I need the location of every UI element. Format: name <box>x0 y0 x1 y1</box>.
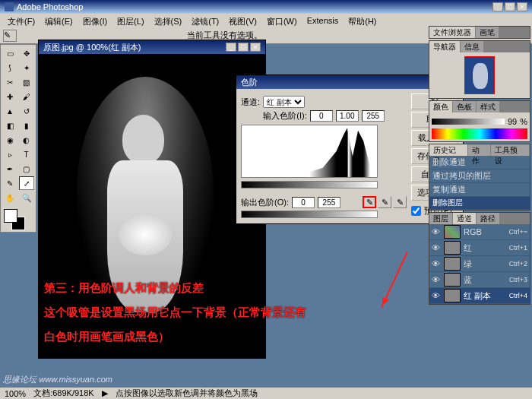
menu-edit[interactable]: 编辑(E) <box>40 15 78 26</box>
black-point-eyedropper-icon[interactable]: ✎ <box>363 196 376 208</box>
color-pct: 99 <box>508 117 517 126</box>
eraser-tool-icon[interactable]: ◧ <box>2 119 17 132</box>
move-tool-icon[interactable]: ✥ <box>19 46 34 60</box>
gray-point-eyedropper-icon[interactable]: ✎ <box>378 196 391 208</box>
output-slider[interactable] <box>241 211 378 218</box>
channel-shortcut: Ctrl+1 <box>509 244 527 252</box>
tab-navigator[interactable]: 导航器 <box>429 41 461 52</box>
status-zoom: 100% <box>5 389 26 398</box>
annotation-line1: 第三：用色阶调人和背景的反差 <box>44 281 204 296</box>
input-levels-label: 输入色阶(I): <box>263 110 306 122</box>
stamp-tool-icon[interactable]: ▲ <box>2 104 17 118</box>
slice-tool-icon[interactable]: ▧ <box>19 75 34 89</box>
input-black-field[interactable] <box>310 110 333 122</box>
zoom-tool-icon[interactable]: 🔍 <box>19 191 34 204</box>
eyedropper-tool-icon[interactable]: ⤢ <box>19 176 34 190</box>
brush-tool-icon[interactable]: 🖌 <box>19 90 34 103</box>
histogram <box>241 125 378 178</box>
channel-select[interactable]: 红 副本 <box>263 96 305 108</box>
close-button[interactable]: × <box>517 2 527 11</box>
channel-row[interactable]: 👁蓝Ctrl+3 <box>429 272 530 288</box>
tab-toolpresets[interactable]: 工具预设 <box>491 144 530 156</box>
tab-actions[interactable]: 动作 <box>468 144 492 156</box>
menu-help[interactable]: 帮助(H) <box>344 15 381 26</box>
tab-color[interactable]: 颜色 <box>429 101 453 112</box>
pen-tool-icon[interactable]: ✒ <box>2 162 17 176</box>
minimize-button[interactable]: _ <box>492 2 503 11</box>
tab-layers[interactable]: 图层 <box>429 213 453 224</box>
menu-view[interactable]: 视图(V) <box>224 15 261 26</box>
type-tool-icon[interactable]: T <box>19 147 34 161</box>
history-item[interactable]: 复制通道 <box>429 183 530 197</box>
menu-file[interactable]: 文件(F) <box>3 15 40 26</box>
history-brush-icon[interactable]: ↺ <box>19 104 34 118</box>
tab-channels[interactable]: 通道 <box>453 213 477 224</box>
tab-brushes[interactable]: 画笔 <box>476 27 499 38</box>
tab-file-browser[interactable]: 文件浏览器 <box>429 27 476 38</box>
foreground-swatch[interactable] <box>4 209 17 223</box>
shape-tool-icon[interactable]: ▢ <box>19 162 34 176</box>
channel-row[interactable]: 👁RGBCtrl+~ <box>429 224 530 240</box>
channel-row[interactable]: 👁绿Ctrl+2 <box>429 256 530 272</box>
tab-swatches[interactable]: 色板 <box>453 101 477 112</box>
toolbox: ▭ ✥ ⟆ ✦ ✂ ▧ ✚ 🖌 ▲ ↺ ◧ ▮ ◉ ◐ ▹ T ✒ ▢ ✎ ⤢ … <box>0 44 36 233</box>
doc-close-button[interactable]: × <box>250 43 261 52</box>
dodge-tool-icon[interactable]: ◐ <box>19 133 34 147</box>
history-item[interactable]: 通过拷贝的图层 <box>429 169 530 183</box>
channel-row[interactable]: 👁红Ctrl+1 <box>429 240 530 256</box>
color-swatches[interactable] <box>2 207 34 230</box>
menu-layer[interactable]: 图层(L) <box>112 15 148 26</box>
annotation-line3: 白色时用画笔画成黑色） <box>44 330 169 344</box>
history-item[interactable]: 删除通道 <box>429 156 530 169</box>
levels-title: 色阶 <box>241 77 258 88</box>
marquee-tool-icon[interactable]: ▭ <box>2 46 17 60</box>
hand-tool-icon[interactable]: ✋ <box>2 191 17 204</box>
output-black-field[interactable] <box>292 197 315 208</box>
gradient-tool-icon[interactable]: ▮ <box>19 119 34 132</box>
lasso-tool-icon[interactable]: ⟆ <box>2 61 17 74</box>
crop-tool-icon[interactable]: ✂ <box>2 75 17 89</box>
channels-panel: 图层通道路径 👁RGBCtrl+~👁红Ctrl+1👁绿Ctrl+2👁蓝Ctrl+… <box>429 212 530 305</box>
menu-filter[interactable]: 滤镜(T) <box>187 15 223 26</box>
workspace: ▭ ✥ ⟆ ✦ ✂ ▧ ✚ 🖌 ▲ ↺ ◧ ▮ ◉ ◐ ▹ T ✒ ▢ ✎ ⤢ … <box>0 44 532 387</box>
visibility-icon[interactable]: 👁 <box>432 291 441 300</box>
visibility-icon[interactable]: 👁 <box>432 227 441 236</box>
path-tool-icon[interactable]: ▹ <box>2 147 17 161</box>
channel-name: 红 <box>464 242 506 254</box>
notes-tool-icon[interactable]: ✎ <box>2 176 17 190</box>
output-white-field[interactable] <box>318 197 340 208</box>
channel-thumb <box>444 273 461 287</box>
channel-shortcut: Ctrl+4 <box>509 292 527 299</box>
menu-extensis[interactable]: Extensis <box>302 15 344 26</box>
maximize-button[interactable]: □ <box>505 2 515 11</box>
doc-min-button[interactable]: _ <box>226 43 236 52</box>
menu-select[interactable]: 选择(S) <box>150 15 187 26</box>
tab-history[interactable]: 历史记录 <box>429 144 468 156</box>
channel-row[interactable]: 👁红 副本Ctrl+4 <box>429 288 530 304</box>
input-slider[interactable] <box>241 181 378 188</box>
menu-image[interactable]: 图像(I) <box>78 15 112 26</box>
input-gamma-field[interactable] <box>336 110 359 122</box>
menu-window[interactable]: 窗口(W) <box>262 15 302 26</box>
blur-tool-icon[interactable]: ◉ <box>2 133 17 147</box>
visibility-icon[interactable]: 👁 <box>432 275 441 284</box>
navigator-thumb[interactable] <box>464 56 495 94</box>
color-ramp[interactable] <box>432 128 527 139</box>
preview-checkbox[interactable] <box>411 206 421 216</box>
wand-tool-icon[interactable]: ✦ <box>19 61 34 74</box>
channel-name: 红 副本 <box>464 290 506 302</box>
history-item[interactable]: 删除图层 <box>429 197 530 210</box>
tool-preset-icon[interactable]: ✎ <box>3 30 17 42</box>
tab-info[interactable]: 信息 <box>461 41 484 52</box>
doc-title: 原图.jpg @ 100%(红 副本) <box>43 42 141 53</box>
status-bar: 100% 文档:689K/918K ▶ 点按图像以选取新色调并将颜色为黑场 <box>0 387 532 399</box>
input-white-field[interactable] <box>362 110 385 122</box>
color-panel: 颜色色板样式 99% <box>429 100 530 142</box>
heal-tool-icon[interactable]: ✚ <box>2 90 17 103</box>
visibility-icon[interactable]: 👁 <box>432 243 441 252</box>
tab-styles[interactable]: 样式 <box>477 101 500 112</box>
visibility-icon[interactable]: 👁 <box>432 259 441 268</box>
doc-max-button[interactable]: □ <box>238 43 249 52</box>
white-point-eyedropper-icon[interactable]: ✎ <box>393 196 407 208</box>
tab-paths[interactable]: 路径 <box>477 213 500 224</box>
